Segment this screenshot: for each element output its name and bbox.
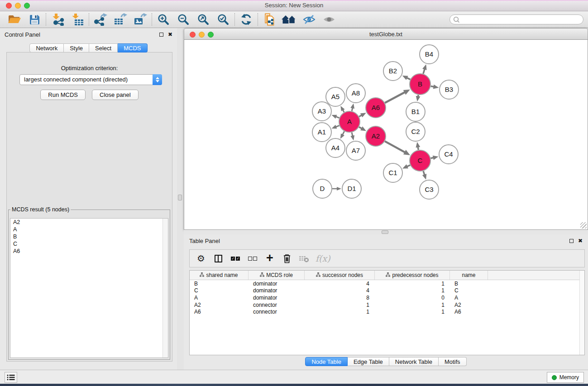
scrollbar-track[interactable]	[163, 219, 168, 357]
mcds-result-item[interactable]: B	[10, 233, 168, 240]
close-panel-icon[interactable]: ✖	[578, 238, 583, 243]
hide-panels-button[interactable]	[299, 12, 319, 27]
mcds-result-item[interactable]: C	[10, 240, 168, 248]
settings-gear-button[interactable]: ⚙	[192, 250, 210, 267]
import-network-button[interactable]	[48, 12, 67, 27]
close-panel-icon[interactable]: ✖	[168, 32, 172, 37]
table-row[interactable]: Adominator80A	[190, 294, 584, 301]
control-tab-network[interactable]: Network	[29, 43, 64, 52]
table-cell[interactable]: B	[190, 281, 249, 287]
search-input[interactable]	[449, 14, 583, 24]
mcds-result-item[interactable]: A2	[10, 219, 168, 226]
table-tab-node-table[interactable]: Node Table	[305, 357, 348, 366]
table-cell[interactable]: 1	[375, 302, 450, 308]
table-cell[interactable]: C	[190, 287, 249, 294]
function-builder-button[interactable]: f(x)	[313, 250, 333, 267]
graph-edge-A2-C[interactable]	[385, 141, 405, 152]
control-tab-mcds[interactable]: MCDS	[118, 43, 147, 52]
column-layout-button[interactable]	[210, 250, 227, 267]
delete-table-button[interactable]	[296, 250, 313, 267]
float-panel-icon[interactable]	[569, 239, 574, 243]
table-cell[interactable]: A	[450, 295, 488, 301]
table-cell[interactable]: A6	[450, 309, 488, 315]
column-header-name[interactable]: name	[450, 271, 488, 280]
table-cell[interactable]: B	[450, 281, 488, 287]
table-cell[interactable]: A2	[190, 302, 249, 308]
table-cell[interactable]: A2	[450, 302, 488, 308]
duplicate-network-button[interactable]	[259, 12, 279, 27]
panel-divider[interactable]	[177, 28, 184, 370]
home-button[interactable]	[279, 12, 299, 27]
table-cell[interactable]: C	[450, 287, 488, 294]
open-session-button[interactable]	[5, 12, 24, 27]
import-table-button[interactable]	[67, 12, 87, 27]
delete-column-button[interactable]	[278, 250, 296, 267]
divider-grip[interactable]	[178, 195, 182, 200]
table-row[interactable]: A2connector11A2	[190, 301, 584, 309]
control-tab-style[interactable]: Style	[64, 43, 89, 52]
mcds-result-item[interactable]: A	[10, 226, 168, 233]
table-tab-edge-table[interactable]: Edge Table	[348, 357, 389, 366]
table-cell[interactable]: 1	[375, 287, 450, 294]
table-body: Bdominator41BCdominator41CAdominator80AA…	[190, 280, 584, 315]
table-cell[interactable]: 8	[305, 295, 375, 301]
edge-arrowhead-icon	[350, 103, 354, 109]
export-image-button[interactable]	[130, 12, 150, 27]
add-column-button[interactable]: +	[261, 250, 278, 267]
column-header-successor-nodes[interactable]: successor nodes	[305, 271, 375, 280]
zoom-out-button[interactable]	[173, 12, 193, 27]
table-tab-network-table[interactable]: Network Table	[389, 357, 439, 366]
run-mcds-button[interactable]: Run MCDS	[40, 90, 86, 100]
table-tab-motifs[interactable]: Motifs	[439, 357, 467, 366]
column-header-shared-name[interactable]: shared name	[190, 271, 249, 280]
network-graph[interactable]: AA1A2A3A4A5A6A7A8BB1B2B3B4CC1C2C3C4DD1	[184, 40, 588, 229]
window-resize-grip[interactable]	[580, 222, 587, 229]
network-canvas[interactable]: AA1A2A3A4A5A6A7A8BB1B2B3B4CC1C2C3C4DD1	[184, 40, 588, 230]
table-cell[interactable]: 1	[375, 309, 450, 315]
table-cell[interactable]: 1	[305, 309, 375, 315]
table-panel-divider[interactable]	[184, 230, 588, 234]
deselect-all-button[interactable]	[244, 250, 261, 267]
table-cell[interactable]: connector	[249, 309, 305, 315]
node-label-A1: A1	[318, 128, 326, 136]
graph-edge-A6-B[interactable]	[385, 92, 405, 103]
zoom-in-button[interactable]	[153, 12, 173, 27]
table-cell[interactable]: A	[190, 295, 249, 301]
memory-button[interactable]: Memory	[547, 372, 584, 383]
table-cell[interactable]: 4	[305, 281, 375, 287]
table-cell[interactable]: dominator	[249, 281, 305, 287]
divider-grip[interactable]	[382, 230, 388, 234]
column-header-MCDS-role[interactable]: MCDS role	[249, 271, 305, 280]
refresh-button[interactable]	[236, 12, 256, 27]
table-row[interactable]: A6connector11A6	[190, 308, 584, 315]
table-cell[interactable]: 1	[305, 302, 375, 308]
mcds-result-item[interactable]: A6	[10, 248, 168, 255]
show-panels-button[interactable]	[319, 12, 339, 27]
mcds-result-list[interactable]: A2ABCA6	[10, 218, 168, 358]
export-network-button[interactable]	[91, 12, 110, 27]
close-panel-button[interactable]: Close panel	[92, 90, 139, 100]
select-all-button[interactable]: ✓✓	[227, 250, 244, 267]
zoom-fit-button[interactable]	[193, 12, 213, 27]
table-cell[interactable]: A6	[190, 309, 249, 315]
table-row[interactable]: Bdominator41B	[190, 280, 584, 287]
zoom-selected-button[interactable]	[213, 12, 233, 27]
task-history-button[interactable]	[5, 372, 17, 383]
table-cell[interactable]: 1	[375, 281, 450, 287]
table-cell[interactable]: 0	[375, 295, 450, 301]
export-table-button[interactable]	[110, 12, 130, 27]
control-tab-select[interactable]: Select	[89, 43, 118, 52]
table-cell[interactable]: connector	[249, 302, 305, 308]
scrollbar-track[interactable]	[579, 271, 584, 355]
eye-icon	[323, 14, 335, 24]
table-cell[interactable]: 4	[305, 287, 375, 294]
float-panel-icon[interactable]	[159, 33, 163, 37]
table-cell[interactable]: dominator	[249, 295, 305, 301]
table-cell[interactable]: dominator	[249, 287, 305, 294]
graph-edge-B-B4[interactable]	[423, 69, 425, 74]
column-header-predecessor-nodes[interactable]: predecessor nodes	[375, 271, 450, 280]
save-session-button[interactable]	[24, 12, 44, 27]
criterion-dropdown[interactable]: largest connected component (directed)	[19, 74, 162, 85]
table-row[interactable]: Cdominator41C	[190, 287, 584, 295]
network-window-titlebar[interactable]: testGlobe.txt	[184, 28, 588, 40]
